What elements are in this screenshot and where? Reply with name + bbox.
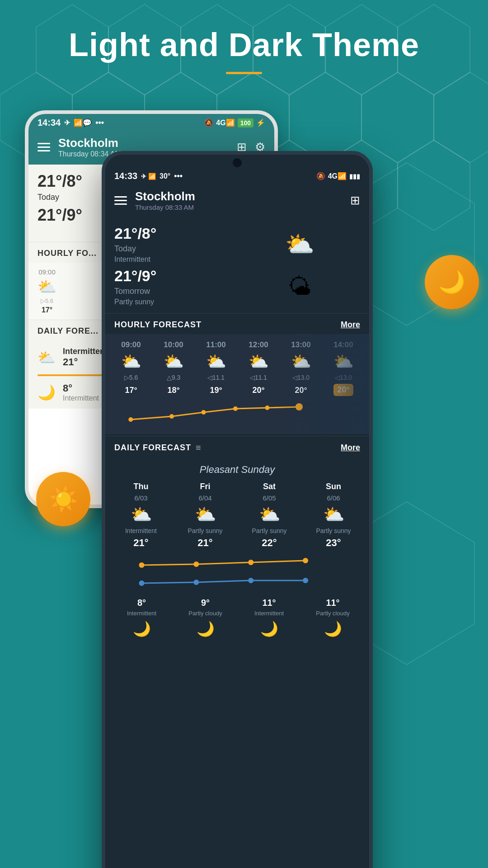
svg-point-21 <box>169 414 174 419</box>
grid-icon-dark[interactable]: ⊞ <box>350 193 360 208</box>
hourly-item-3: 12:00 ⛅ ◁11.1 20° <box>237 338 280 399</box>
daily-item-thu: Thu 6/03 ⛅ Intermittent 21° <box>110 482 172 549</box>
dark-app-header: Stockholm Thursday 08:33 AM ⊞ <box>105 185 369 217</box>
header-left-light: Stockholm Thursday 08:34 AM <box>38 136 121 158</box>
daily-grid-headers: Thu 6/03 ⛅ Intermittent 21° Fri 6/04 ⛅ P… <box>105 482 369 549</box>
battery-light: 100 <box>238 118 253 127</box>
dark-today-label: Today <box>114 244 235 254</box>
status-left: 14:34 ✈ 📶💬 ••• <box>38 118 104 128</box>
today-weather-icon-dark: ⛅ <box>285 231 314 258</box>
daily-section-header-dark: DAILY FORECAST ≡ More <box>105 436 369 458</box>
city-name-light: Stockholm <box>58 136 121 150</box>
temp-chart-svg <box>110 401 365 423</box>
temp-badge-status: 30° <box>160 172 170 180</box>
svg-point-24 <box>265 406 269 410</box>
city-name-dark: Stockholm <box>135 189 195 203</box>
phone-dark: 14:33 ✈ 📶 30° ••• 🔕 4G📶 ▮▮▮ Stockholm Th… <box>102 151 373 868</box>
dark-weather-summary: 21°/8° Today Intermittent ⛅ 21°/9° Tomor… <box>105 217 369 313</box>
signal-icons: 📶💬 <box>74 118 92 127</box>
svg-point-29 <box>303 558 308 563</box>
dark-today-condition: Intermittent <box>114 255 235 264</box>
phones-container: 14:34 ✈ 📶💬 ••• 🔕 4G📶 100 ⚡ Stockholm Th <box>0 92 488 829</box>
hourly-item-4: 13:00 ⛅ ◁13.0 20° <box>280 338 322 399</box>
status-right-light: 🔕 4G📶 100 ⚡ <box>204 118 265 127</box>
city-info-dark: Stockholm Thursday 08:33 AM <box>135 189 195 211</box>
time-dark: 14:33 <box>114 171 137 181</box>
nav-icon: ✈ <box>64 118 70 127</box>
daily-title-dark: DAILY FORECAST <box>114 443 191 453</box>
hamburger-light[interactable] <box>38 143 50 151</box>
svg-point-28 <box>248 560 253 565</box>
pleasant-label: Pleasant Sunday <box>105 461 369 482</box>
badge-night: 🌙 <box>425 255 479 309</box>
svg-point-20 <box>128 417 133 422</box>
hamburger-dark[interactable] <box>114 196 127 205</box>
daily-more-dark[interactable]: More <box>341 443 360 453</box>
city-date-dark: Thursday 08:33 AM <box>135 203 195 211</box>
daily-item-sun: Sun 6/06 ⛅ Partly sunny 23° <box>302 482 365 549</box>
page-title: Light and Dark Theme <box>18 27 470 63</box>
high-temp-chart <box>110 555 365 569</box>
badge-day: ☀️ <box>36 472 90 526</box>
svg-point-32 <box>248 578 253 583</box>
camera-notch <box>233 158 242 167</box>
hourly-more-dark[interactable]: More <box>341 320 360 330</box>
title-underline <box>226 72 262 74</box>
title-section: Light and Dark Theme <box>0 0 488 92</box>
hourly-forecast-dark: 09:00 ⛅ ▷5.6 17° 10:00 ⛅ △9.3 18° 11:00 … <box>105 334 369 434</box>
current-temp-highlight: 20° <box>333 384 353 396</box>
svg-point-30 <box>139 580 144 586</box>
tomorrow-weather-icon-dark: 🌤 <box>288 273 311 300</box>
svg-point-23 <box>233 406 238 411</box>
hourly-item-5: 14:00 ⛅ ◁13.0 20° <box>322 338 365 399</box>
hourly-item-2: 11:00 ⛅ ◁11.1 19° <box>195 338 237 399</box>
list-view-icon[interactable]: ≡ <box>196 443 201 453</box>
svg-point-33 <box>303 578 308 583</box>
hourly-item-0: 09:00 ⛅ ▷5.6 17° <box>110 338 152 399</box>
light-status-bar: 14:34 ✈ 📶💬 ••• 🔕 4G📶 100 ⚡ <box>28 114 274 132</box>
time-light: 14:34 <box>38 118 61 128</box>
dark-status-bar: 14:33 ✈ 📶 30° ••• 🔕 4G📶 ▮▮▮ <box>105 167 369 185</box>
low-temp-chart <box>110 574 365 588</box>
dark-tomorrow-condition: Partly sunny <box>114 298 235 306</box>
daily-item-fri: Fri 6/04 ⛅ Partly sunny 21° <box>174 482 236 549</box>
low-temp-grid: 8° Intermittent 🌙 9° Partly cloudy 🌙 11°… <box>105 593 369 637</box>
svg-point-22 <box>201 410 206 415</box>
dark-tomorrow-temp: 21°/9° <box>114 267 235 285</box>
hourly-title-dark: HOURLY FORECAST <box>114 320 202 330</box>
svg-point-26 <box>139 562 144 568</box>
daily-forecast-dark: Pleasant Sunday Thu 6/03 ⛅ Intermittent … <box>105 458 369 645</box>
hourly-section-header-dark: HOURLY FORECAST More <box>105 313 369 334</box>
dark-today-temp: 21°/8° <box>114 225 235 242</box>
hourly-item-1: 10:00 ⛅ △9.3 18° <box>152 338 195 399</box>
svg-point-25 <box>296 403 303 410</box>
daily-item-sat: Sat 6/05 ⛅ Partly sunny 22° <box>238 482 300 549</box>
svg-point-27 <box>193 561 199 567</box>
svg-point-31 <box>193 580 199 585</box>
